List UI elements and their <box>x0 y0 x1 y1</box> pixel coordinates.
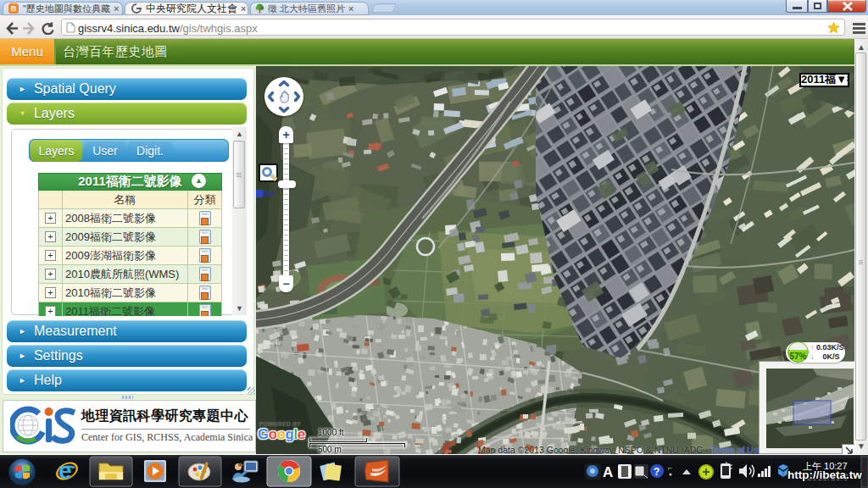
svg-text:e: e <box>58 458 72 484</box>
svg-text:A: A <box>603 464 613 480</box>
svg-text:⌐: ⌐ <box>668 463 672 472</box>
svg-text:?: ? <box>654 466 659 478</box>
